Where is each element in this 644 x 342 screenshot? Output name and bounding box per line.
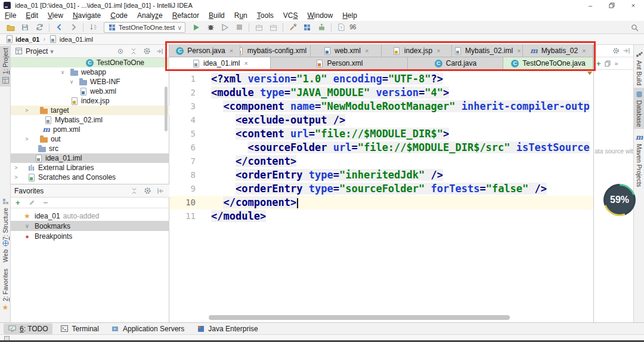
menu-file[interactable]: File [0,11,21,21]
chevron-collapsed-icon[interactable]: > [13,163,19,172]
line-number[interactable]: 7 [169,155,211,168]
wrench-button[interactable] [286,21,300,33]
project-tree-scrollbar[interactable] [165,87,168,131]
tree-item-webapp[interactable]: ∨webapp [11,67,169,77]
tree-item-src[interactable]: src [11,144,169,153]
menu-run[interactable]: Run [230,11,252,21]
toolwindow-button-terminal[interactable]: Terminal [56,323,103,334]
tree-item-pom-xml[interactable]: mpom.xml [11,125,169,134]
line-number[interactable]: 2 [169,86,211,100]
tab-testonetoone-java[interactable]: CTestOneToOne.java [503,57,593,70]
copy-icon[interactable] [603,59,612,68]
hide-panel-icon[interactable] [154,47,165,56]
tab-person-xml[interactable]: Person.xml [271,57,408,70]
toolwindow-button-favorites[interactable]: 2: Favorites★ [0,267,11,314]
gear-icon[interactable] [611,46,621,56]
breadcrumb-item[interactable]: idea_01 [5,35,39,44]
tab-index-jsp[interactable]: index.jsp× [382,45,453,57]
close-tab-icon[interactable]: × [230,47,233,54]
line-number[interactable]: 5 [169,127,211,141]
tree-item-scratches-and-consoles[interactable]: >Scratches and Consoles [11,172,169,182]
chevron-collapsed-icon[interactable]: > [24,134,30,144]
toolwindow-button-applicationservers[interactable]: Application Servers [107,323,188,334]
save-button[interactable] [18,21,32,33]
tab-web-xml[interactable]: web.xml× [311,45,382,57]
toolwindow-button-database[interactable]: Database [634,88,644,129]
project-panel-title[interactable]: Project [26,47,48,56]
tree-item-testonetoone[interactable]: CTestOneToOne [11,58,169,67]
run-button[interactable] [189,21,203,33]
close-tab-icon[interactable]: × [365,47,369,54]
add-favorite-button[interactable]: + [16,198,20,207]
toolwindow-button-todo[interactable]: 6: TODO [4,323,52,334]
close-tab-icon[interactable]: × [582,47,586,54]
error-stripe-marker[interactable] [587,72,592,75]
chevron-collapsed-icon[interactable]: > [24,106,30,115]
structure-grid-button[interactable] [300,21,314,33]
sync-button[interactable] [32,21,47,33]
line-number[interactable]: 11 [169,209,211,223]
favorites-item-idea_01[interactable]: ★idea_01auto-added [11,211,169,221]
deploy-button[interactable] [314,21,329,33]
helpdoc-button[interactable]: ? [334,21,348,33]
line-number[interactable]: 6 [169,141,211,155]
locate-file-icon[interactable] [115,47,126,56]
menu-edit[interactable]: Edit [21,11,43,21]
more-actions-icon[interactable]: » [615,60,618,67]
gear-icon[interactable] [141,47,152,56]
tree-item-external-libraries[interactable]: >External Libraries [11,163,169,172]
search-icon[interactable] [630,23,639,32]
collapse-all-icon[interactable] [129,186,140,196]
chevron-expanded-icon[interactable]: ∨ [60,67,66,77]
gear-icon[interactable] [142,186,153,196]
menu-tools[interactable]: Tools [252,11,278,21]
close-tab-icon[interactable]: × [244,60,247,67]
remove-favorite-button[interactable]: − [44,198,48,207]
favorites-item-bookmarks[interactable]: ∨Bookmarks [11,221,169,231]
line-number[interactable]: 10 [169,196,211,209]
menu-navigate[interactable]: Navigate [68,11,106,21]
line-number[interactable]: 3 [169,100,211,113]
close-tab-icon[interactable]: × [436,47,440,54]
tab-mybatis-02-iml[interactable]: Mybatis_02.iml× [452,45,523,57]
toolwindow-button-mavenprojects[interactable]: mMaven Projects [634,131,644,189]
chevron-down-icon[interactable]: ▾ [50,47,54,56]
edit-favorite-button[interactable] [27,198,36,207]
run-configuration-select[interactable]: TestOneToOne.test∨ [104,22,185,33]
debug-button[interactable] [203,21,218,33]
tree-item-target[interactable]: >target [11,106,169,115]
menu-vcs[interactable]: VCS [278,11,303,21]
annotate-button[interactable] [86,21,100,33]
menu-help[interactable]: Help [338,11,362,21]
hide-panel-icon[interactable] [621,46,632,56]
menu-analyze[interactable]: Analyze [132,11,168,21]
menu-view[interactable]: View [43,11,68,21]
minimize-button[interactable]: – [580,0,601,11]
menu-window[interactable]: Window [302,11,338,21]
restore-button[interactable] [601,0,623,11]
chevron-expanded-icon[interactable]: ∨ [69,77,75,87]
menu-refactor[interactable]: Refactor [168,11,204,21]
collapse-all-icon[interactable] [128,47,139,56]
tab-mybatis-02[interactable]: mMybatis_02× [523,45,594,57]
tab-idea-01-iml[interactable]: idea_01.iml× [169,57,271,70]
line-number[interactable]: 8 [169,168,211,182]
editor-code[interactable]: 1<?xml version="1.0" encoding="UTF-8"?>2… [169,70,593,322]
tab-mybatis-config-xml[interactable]: mybatis-config.xml× [240,45,311,57]
artifact-button[interactable] [252,21,266,33]
toolwindow-button-web[interactable]: Web [0,237,11,264]
line-number[interactable]: 9 [169,182,211,196]
tab-person-java[interactable]: CPerson.java× [169,45,240,57]
forward-button[interactable] [66,21,80,33]
open-button[interactable] [4,21,18,33]
stop-button[interactable] [232,21,246,33]
toolwindow-button-antbuild[interactable]: Ant Build [634,48,644,87]
tree-item-web-xml[interactable]: web.xml [11,87,169,96]
editor-horizontal-scrollbar[interactable] [209,315,510,320]
line-number[interactable]: 1 [169,72,211,86]
close-button[interactable]: × [623,0,644,11]
toolwindow-button-project[interactable]: 1: Project [0,46,11,87]
hide-panel-icon[interactable] [155,186,166,196]
favorites-item-breakpoints[interactable]: ●Breakpoints [11,231,169,241]
menu-build[interactable]: Build [204,11,230,21]
